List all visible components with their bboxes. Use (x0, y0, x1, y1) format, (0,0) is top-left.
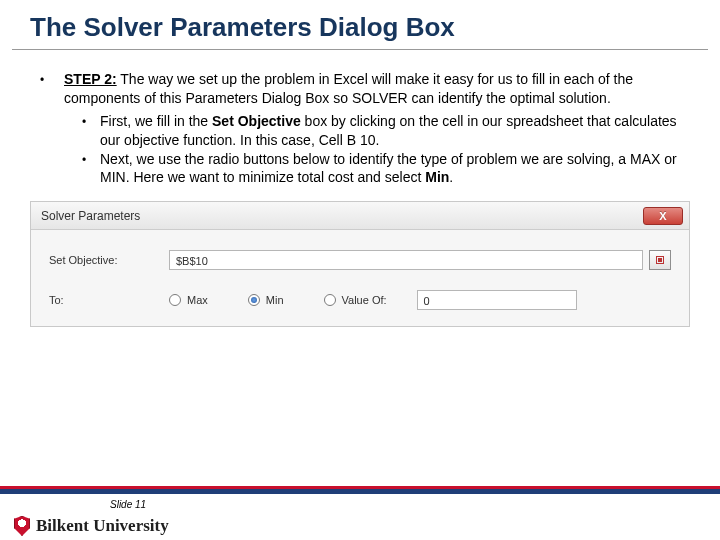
radio-label: Min (266, 294, 284, 306)
bullet-icon: • (82, 112, 100, 150)
radio-label: Value Of: (342, 294, 387, 306)
dialog-title: Solver Parameters (41, 209, 140, 223)
radio-label: Max (187, 294, 208, 306)
to-label: To: (49, 294, 169, 306)
footer-logo: Bilkent University (14, 516, 169, 536)
slide-number: Slide 11 (110, 499, 146, 510)
solver-dialog: Solver Parameters X Set Objective: $B$10… (30, 201, 690, 327)
close-button[interactable]: X (643, 207, 683, 225)
range-picker-button[interactable] (649, 250, 671, 270)
range-picker-icon (656, 256, 664, 264)
shield-icon (14, 516, 30, 536)
sub-item: • First, we fill in the Set Objective bo… (64, 112, 680, 150)
sub-item: • Next, we use the radio buttons below t… (64, 150, 680, 188)
radio-icon (169, 294, 181, 306)
value-of-input[interactable]: 0 (417, 290, 577, 310)
sub-lead: First, we fill in the (100, 113, 212, 129)
radio-valueof[interactable]: Value Of: (324, 294, 387, 306)
step-text: STEP 2: The way we set up the problem in… (64, 71, 633, 106)
set-objective-label: Set Objective: (49, 254, 169, 266)
step-label: STEP 2: (64, 71, 117, 87)
content-area: • STEP 2: The way we set up the problem … (0, 50, 720, 187)
sub-lead: Next, we use the radio buttons below to … (100, 151, 677, 186)
sub-tail: . (449, 169, 453, 185)
radio-min[interactable]: Min (248, 294, 284, 306)
bullet-icon: • (40, 70, 64, 187)
slide-title: The Solver Parameters Dialog Box (0, 0, 720, 49)
footer-bar (0, 486, 720, 494)
university-name: Bilkent University (36, 516, 169, 536)
sub-bold: Set Objective (212, 113, 301, 129)
step-body: The way we set up the problem in Excel w… (64, 71, 633, 106)
dialog-body: Set Objective: $B$10 To: Max Min Value O… (31, 230, 689, 326)
bullet-icon: • (82, 150, 100, 188)
step-item: • STEP 2: The way we set up the problem … (40, 70, 680, 187)
objective-type-group: Max Min Value Of: (169, 294, 387, 306)
radio-max[interactable]: Max (169, 294, 208, 306)
radio-icon (248, 294, 260, 306)
set-objective-input[interactable]: $B$10 (169, 250, 643, 270)
dialog-titlebar: Solver Parameters X (31, 202, 689, 230)
sub-bold: Min (425, 169, 449, 185)
radio-icon (324, 294, 336, 306)
